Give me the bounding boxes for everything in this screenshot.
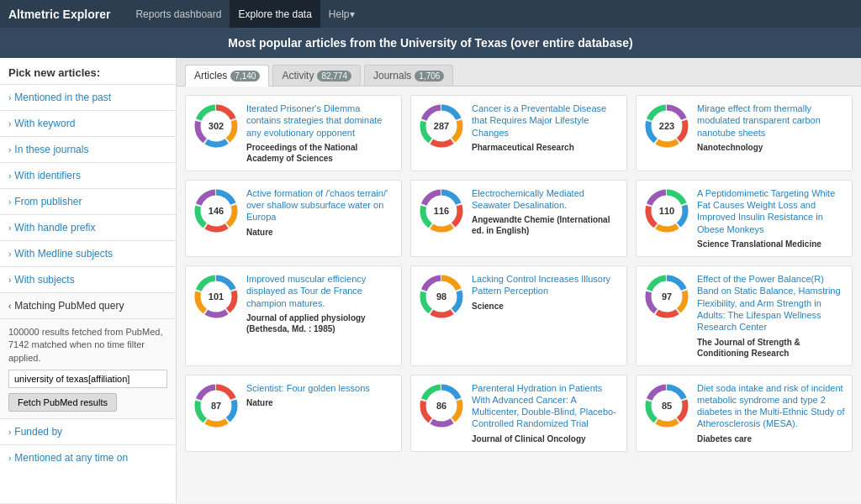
article-journal: Nanotechnology <box>697 142 845 153</box>
article-card[interactable]: 101 Improved muscular efficiency display… <box>185 265 402 365</box>
article-score-donut: 85 <box>643 382 690 429</box>
tab-badge: 7,140 <box>230 71 260 81</box>
tab-label: Articles <box>194 70 227 81</box>
article-title[interactable]: Mirage effect from thermally modulated t… <box>697 102 845 139</box>
article-score-donut: 110 <box>643 187 690 234</box>
main-layout: Pick new articles: › Mentioned in the pa… <box>0 58 861 503</box>
article-info: Iterated Prisoner's Dilemma contains str… <box>246 102 394 164</box>
article-card[interactable]: 302 Iterated Prisoner's Dilemma contains… <box>185 95 402 171</box>
sidebar-item-journals[interactable]: › In these journals <box>0 136 176 162</box>
article-score-donut: 223 <box>643 102 690 150</box>
sidebar-item-label: With keyword <box>14 118 75 129</box>
chevron-icon: › <box>8 223 11 233</box>
article-title[interactable]: Lacking Control Increases Illusory Patte… <box>472 273 620 297</box>
tab-articles[interactable]: Articles 7,140 <box>185 65 269 87</box>
article-score-donut: 86 <box>418 382 465 429</box>
article-title[interactable]: Electrochemically Mediated Seawater Desa… <box>472 187 620 212</box>
articles-grid: 302 Iterated Prisoner's Dilemma contains… <box>177 87 861 460</box>
tab-badge: 1,706 <box>415 71 444 81</box>
tab-journals[interactable]: Journals 1,706 <box>364 65 453 86</box>
sidebar-item-publisher[interactable]: › From publisher <box>0 188 176 214</box>
sidebar-item-label: Funded by <box>14 426 62 438</box>
pubmed-description: 100000 results fetched from PubMed, 7142… <box>8 326 167 365</box>
article-card[interactable]: 223 Mirage effect from thermally modulat… <box>636 95 853 171</box>
article-journal: Science <box>472 301 620 312</box>
pubmed-query-input[interactable] <box>8 370 167 388</box>
article-title[interactable]: Scientist: Four golden lessons <box>246 382 394 394</box>
article-title[interactable]: Improved muscular efficiency displayed a… <box>246 273 394 309</box>
sidebar-item-label: Matching PubMed query <box>14 300 124 312</box>
article-title[interactable]: Cancer is a Preventable Disease that Req… <box>472 102 620 139</box>
article-journal: The Journal of Strength & Conditioning R… <box>697 337 845 359</box>
article-info: Diet soda intake and risk of incident me… <box>697 382 845 444</box>
article-card[interactable]: 287 Cancer is a Preventable Disease that… <box>410 95 627 171</box>
sidebar-item-funded[interactable]: › Funded by <box>0 418 176 444</box>
chevron-icon: › <box>8 428 11 437</box>
article-card[interactable]: 85 Diet soda intake and risk of incident… <box>636 375 853 452</box>
article-journal: Pharmaceutical Research <box>472 142 620 153</box>
chevron-icon: › <box>8 93 11 102</box>
sidebar-item-label: With subjects <box>14 274 74 286</box>
sidebar-item-mentioned-past[interactable]: › Mentioned in the past <box>0 84 176 110</box>
chevron-icon: › <box>8 276 11 285</box>
chevron-icon: › <box>8 197 11 207</box>
sidebar-item-label: In these journals <box>14 144 88 155</box>
sidebar-item-handle[interactable]: › With handle prefix <box>0 214 176 240</box>
article-journal: Angewandte Chemie (International ed. in … <box>472 214 620 236</box>
article-title[interactable]: Iterated Prisoner's Dilemma contains str… <box>246 102 394 139</box>
tab-label: Journals <box>373 70 411 81</box>
article-info: Scientist: Four golden lessons Nature <box>246 382 394 444</box>
page-header-text: Most popular articles from the Universit… <box>228 36 632 50</box>
article-score-donut: 116 <box>418 187 465 234</box>
article-card[interactable]: 110 A Peptidomimetic Targeting White Fat… <box>636 180 853 257</box>
sidebar-item-label: With identifiers <box>14 170 81 181</box>
article-score: 97 <box>662 291 672 302</box>
sidebar-item-identifiers[interactable]: › With identifiers <box>0 162 176 188</box>
sidebar-item-pubmed[interactable]: ‹ Matching PubMed query <box>0 292 176 318</box>
sidebar-item-mentioned-anytime[interactable]: › Mentioned at any time on <box>0 444 176 470</box>
article-title[interactable]: Active formation of /'chaos terrain/' ov… <box>246 187 394 223</box>
article-title[interactable]: Diet soda intake and risk of incident me… <box>697 382 845 430</box>
sidebar-item-label: From publisher <box>14 196 82 207</box>
chevron-icon: › <box>8 454 11 463</box>
tab-label: Activity <box>282 70 314 81</box>
sidebar-item-label: With Medline subjects <box>14 248 113 260</box>
nav-reports-dashboard[interactable]: Reports dashboard <box>127 0 230 28</box>
sidebar-item-label: Mentioned at any time on <box>14 452 128 464</box>
article-score: 87 <box>211 401 221 411</box>
article-score: 116 <box>434 206 449 216</box>
sidebar-item-subjects[interactable]: › With subjects <box>0 266 176 292</box>
sidebar-title: Pick new articles: <box>0 58 176 84</box>
top-navigation: Altmetric Explorer Reports dashboard Exp… <box>0 0 861 28</box>
article-info: Lacking Control Increases Illusory Patte… <box>472 273 620 358</box>
article-title[interactable]: A Peptidomimetic Targeting White Fat Cau… <box>697 187 845 235</box>
sidebar-item-keyword[interactable]: › With keyword <box>0 110 176 136</box>
article-card[interactable]: 146 Active formation of /'chaos terrain/… <box>185 180 402 257</box>
article-journal: Journal of Clinical Oncology <box>472 433 620 444</box>
sidebar-item-medline[interactable]: › With Medline subjects <box>0 240 176 266</box>
nav-explore-data[interactable]: Explore the data <box>230 0 320 28</box>
pubmed-expanded-content: 100000 results fetched from PubMed, 7142… <box>0 318 176 418</box>
app-brand: Altmetric Explorer <box>8 8 110 21</box>
article-title[interactable]: Parenteral Hydration in Patients With Ad… <box>472 382 620 430</box>
article-score: 146 <box>209 206 224 216</box>
article-card[interactable]: 97 Effect of the Power Balance(R) Band o… <box>636 265 853 365</box>
content-area: Articles 7,140 Activity 82,774 Journals … <box>177 58 861 503</box>
page-header: Most popular articles from the Universit… <box>0 28 861 58</box>
article-journal: Journal of applied physiology (Bethesda,… <box>246 312 394 334</box>
fetch-pubmed-button[interactable]: Fetch PubMed results <box>8 393 117 412</box>
article-card[interactable]: 98 Lacking Control Increases Illusory Pa… <box>410 265 627 365</box>
nav-help[interactable]: Help ▾ <box>320 0 363 28</box>
article-card[interactable]: 116 Electrochemically Mediated Seawater … <box>410 180 627 257</box>
article-score-donut: 98 <box>418 273 465 320</box>
sidebar-item-label: Mentioned in the past <box>14 92 111 103</box>
article-card[interactable]: 86 Parenteral Hydration in Patients With… <box>410 375 627 452</box>
article-card[interactable]: 87 Scientist: Four golden lessons Nature <box>185 375 402 452</box>
tab-activity[interactable]: Activity 82,774 <box>272 65 361 86</box>
chevron-icon: › <box>8 145 11 155</box>
article-score: 110 <box>659 206 674 216</box>
article-info: Electrochemically Mediated Seawater Desa… <box>472 187 620 249</box>
article-journal: Science Translational Medicine <box>697 239 845 249</box>
article-score-donut: 87 <box>193 382 240 429</box>
article-title[interactable]: Effect of the Power Balance(R) Band on S… <box>697 273 845 333</box>
